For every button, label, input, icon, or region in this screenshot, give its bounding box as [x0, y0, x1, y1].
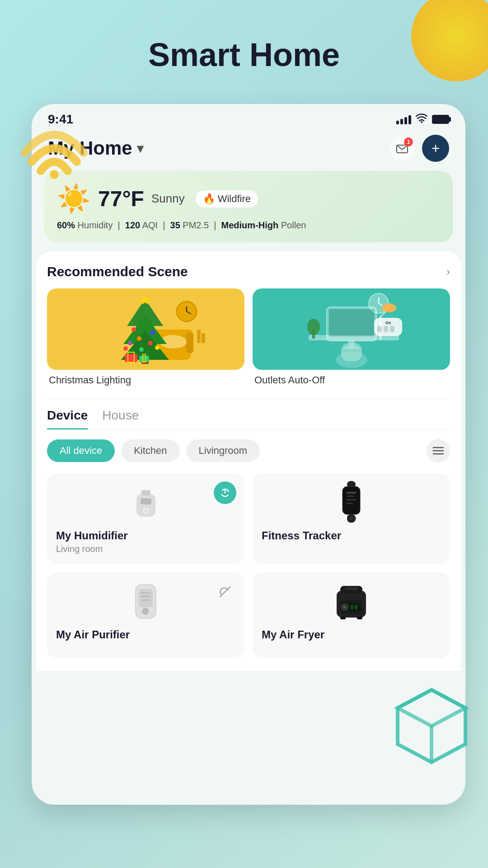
cube-decoration	[380, 672, 483, 778]
svg-rect-77	[141, 592, 150, 594]
pm25-label: PM2.5	[183, 220, 209, 230]
wildfire-label: Wildfire	[218, 193, 251, 205]
svg-point-76	[142, 608, 149, 614]
svg-rect-66	[346, 492, 357, 494]
status-bar: 9:41	[32, 104, 465, 130]
device-grid: My Humidifier Living room	[47, 473, 450, 658]
device-card-fitness-tracker[interactable]: Fitness Tracker	[253, 473, 450, 564]
svg-point-27	[139, 347, 144, 352]
wifi-decoration	[18, 108, 90, 182]
air-purifier-icon-area	[56, 582, 235, 623]
aqi-value: 120	[125, 220, 140, 230]
tab-house[interactable]: House	[102, 408, 139, 429]
power-button-humidifier[interactable]	[214, 481, 236, 504]
notification-badge: 1	[404, 137, 413, 146]
wifi-status-icon	[416, 113, 427, 126]
battery-icon	[432, 115, 449, 124]
svg-point-21	[131, 327, 136, 332]
fire-icon: 🔥	[203, 193, 215, 205]
svg-rect-78	[141, 596, 150, 597]
humidifier-icon	[128, 486, 164, 522]
filter-menu-button[interactable]	[427, 439, 450, 462]
menu-lines-icon	[432, 446, 444, 455]
svg-rect-14	[197, 330, 201, 343]
svg-point-85	[343, 606, 346, 609]
svg-rect-82	[345, 587, 358, 590]
scenes-row: Christmas Lighting	[47, 288, 450, 386]
weather-details: 60% Humidity | 120 AQI | 35 PM2.5 | Medi…	[57, 220, 440, 231]
svg-rect-46	[377, 326, 382, 332]
humidity-value: 60%	[57, 220, 75, 230]
fitness-tracker-icon	[339, 481, 364, 526]
humidifier-name: My Humidifier	[56, 529, 235, 542]
scene-card-outlets[interactable]: On Outlets Auto-Off	[253, 288, 450, 386]
svg-rect-67	[346, 495, 354, 497]
tab-device[interactable]: Device	[47, 408, 88, 429]
status-icons	[396, 113, 449, 126]
svg-rect-59	[141, 498, 151, 505]
svg-rect-15	[202, 333, 205, 343]
weather-temperature: 77°F	[98, 186, 144, 211]
device-card-air-purifier[interactable]: My Air Purifier	[47, 572, 244, 658]
unlink-icon	[218, 585, 232, 599]
sun-icon: ☀️	[57, 183, 91, 215]
svg-point-25	[128, 341, 132, 345]
svg-rect-38	[329, 309, 374, 336]
app-title: Smart Home	[0, 36, 488, 73]
weather-condition-label: Sunny	[151, 192, 185, 206]
wildfire-badge: 🔥 Wildfire	[196, 190, 258, 208]
scene-card-christmas[interactable]: Christmas Lighting	[47, 288, 244, 386]
air-purifier-name: My Air Purifier	[56, 628, 235, 641]
svg-point-22	[150, 330, 155, 335]
svg-text:On: On	[385, 321, 391, 325]
svg-point-4	[421, 121, 422, 123]
humidity-label: Humidity	[78, 220, 113, 230]
svg-rect-79	[141, 599, 150, 601]
add-button[interactable]: +	[422, 135, 449, 162]
aqi-label: AQI	[142, 220, 158, 230]
svg-rect-29	[125, 354, 137, 362]
weather-section: ☀️ 77°F Sunny 🔥 Wildfire 60% Humidity | …	[44, 171, 453, 242]
notification-button[interactable]: 1	[389, 136, 415, 161]
device-card-humidifier[interactable]: My Humidifier Living room	[47, 473, 244, 564]
svg-rect-87	[351, 605, 353, 609]
svg-rect-88	[355, 605, 357, 609]
header-actions: 1 +	[389, 135, 449, 162]
svg-rect-9	[186, 333, 193, 353]
outlets-scene-image: On	[253, 288, 450, 370]
fitness-tracker-name: Fitness Tracker	[262, 529, 441, 542]
filter-all-device[interactable]: All device	[47, 439, 115, 462]
filter-livingroom[interactable]: Livingroom	[186, 439, 260, 462]
svg-rect-90	[357, 617, 362, 619]
svg-point-43	[382, 303, 396, 312]
filter-kitchen[interactable]: Kitchen	[121, 439, 179, 462]
svg-rect-69	[346, 503, 353, 504]
christmas-scene-label: Christmas Lighting	[47, 374, 244, 386]
power-icon	[220, 488, 230, 498]
svg-point-71	[350, 517, 352, 520]
recommended-scene-header: Recommended Scene ›	[47, 264, 450, 279]
christmas-scene-image	[47, 288, 244, 370]
svg-point-23	[137, 336, 141, 341]
outlets-scene-label: Outlets Auto-Off	[253, 374, 450, 386]
svg-rect-50	[341, 343, 362, 361]
unlink-button-air-purifier[interactable]	[214, 580, 236, 603]
fitness-tracker-icon-area	[262, 483, 441, 524]
svg-point-24	[148, 341, 153, 345]
svg-rect-48	[390, 326, 394, 332]
device-card-air-fryer[interactable]: My Air Fryer	[253, 572, 450, 658]
svg-rect-47	[384, 326, 388, 332]
pollen-level: Medium-High	[221, 220, 279, 230]
weather-main: ☀️ 77°F Sunny 🔥 Wildfire	[57, 183, 440, 215]
svg-rect-62	[141, 490, 150, 495]
svg-point-26	[155, 345, 160, 350]
svg-point-61	[144, 509, 148, 513]
pm25-value: 35	[170, 220, 180, 230]
recommended-scene-arrow[interactable]: ›	[446, 265, 450, 278]
air-fryer-icon-area	[262, 582, 441, 623]
svg-marker-2	[398, 690, 465, 726]
svg-point-52	[307, 319, 320, 335]
recommended-scene-title: Recommended Scene	[47, 264, 188, 279]
air-fryer-icon	[332, 582, 371, 623]
humidifier-room: Living room	[56, 544, 235, 554]
